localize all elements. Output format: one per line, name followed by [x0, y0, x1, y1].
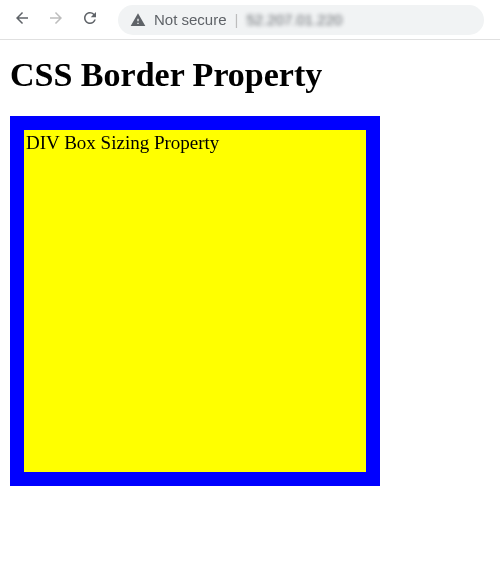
arrow-left-icon	[13, 9, 31, 31]
demo-box-text: DIV Box Sizing Property	[24, 130, 366, 156]
not-secure-label: Not secure	[154, 11, 227, 28]
page-content: CSS Border Property DIV Box Sizing Prope…	[0, 40, 500, 502]
url-text: 52.207.01.220	[246, 11, 342, 28]
not-secure-icon	[130, 12, 146, 28]
arrow-right-icon	[47, 9, 65, 31]
browser-toolbar: Not secure | 52.207.01.220	[0, 0, 500, 40]
reload-icon	[81, 9, 99, 31]
demo-box: DIV Box Sizing Property	[10, 116, 380, 486]
back-button[interactable]	[8, 6, 36, 34]
page-title: CSS Border Property	[10, 56, 490, 94]
address-bar[interactable]: Not secure | 52.207.01.220	[118, 5, 484, 35]
reload-button[interactable]	[76, 6, 104, 34]
forward-button[interactable]	[42, 6, 70, 34]
address-divider: |	[235, 11, 239, 28]
